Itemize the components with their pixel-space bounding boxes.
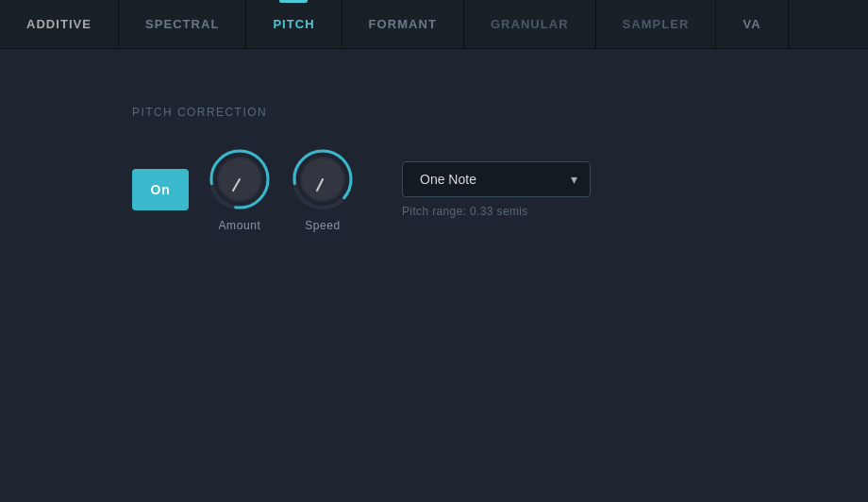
pitch-range-text: Pitch range: 0.33 semis xyxy=(402,205,591,218)
dropdown-container: One Note Chromatic Major Minor ▾ Pitch r… xyxy=(402,161,591,218)
tab-formant[interactable]: FORMANT xyxy=(342,0,464,48)
amount-knob-container: Amount xyxy=(208,147,272,232)
tab-granular[interactable]: GRANULAR xyxy=(464,0,596,48)
tab-sampler[interactable]: SAMPLER xyxy=(596,0,717,48)
speed-knob-label: Speed xyxy=(305,219,341,232)
note-dropdown[interactable]: One Note Chromatic Major Minor xyxy=(402,161,591,197)
controls-row: On Amount xyxy=(132,147,736,232)
tab-pitch[interactable]: PITCH xyxy=(246,0,342,48)
tab-spectral[interactable]: SPECTRAL xyxy=(119,0,246,48)
section-title: PITCH CORRECTION xyxy=(132,106,736,119)
tab-bar: ADDITIVE SPECTRAL PITCH FORMANT GRANULAR… xyxy=(0,0,868,49)
main-content: PITCH CORRECTION On Amount xyxy=(0,49,868,289)
tab-additive[interactable]: ADDITIVE xyxy=(0,0,119,48)
on-button[interactable]: On xyxy=(132,169,189,210)
amount-knob[interactable] xyxy=(208,147,272,211)
dropdown-wrapper: One Note Chromatic Major Minor ▾ xyxy=(402,161,591,197)
speed-knob-container: Speed xyxy=(291,147,355,232)
amount-knob-label: Amount xyxy=(219,219,261,232)
speed-knob[interactable] xyxy=(291,147,355,211)
tab-va[interactable]: VA xyxy=(716,0,788,48)
